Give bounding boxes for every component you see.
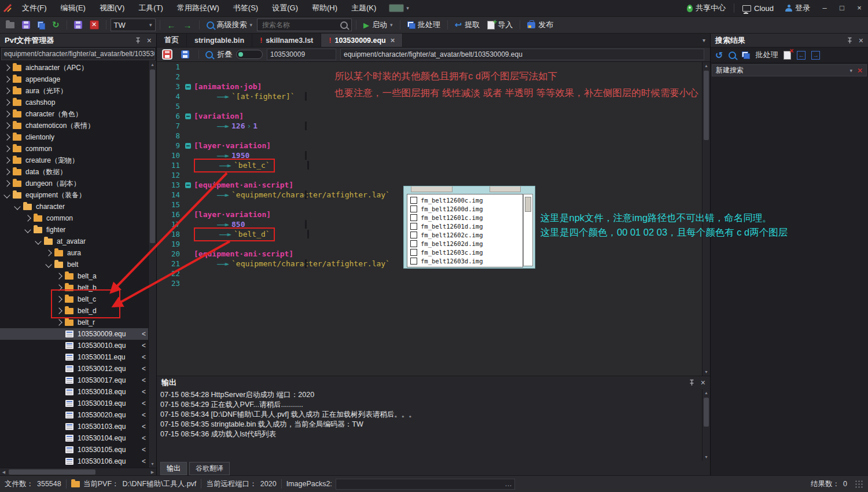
ellipsis-button[interactable]: … bbox=[505, 480, 512, 488]
tree-vertical-scrollbar[interactable]: ▲ ▼ bbox=[148, 61, 156, 468]
chevron-right-icon[interactable] bbox=[24, 215, 31, 221]
menu-item[interactable]: 书签(S) bbox=[226, 0, 265, 16]
chevron-right-icon[interactable] bbox=[3, 168, 10, 175]
tree-item[interactable]: clientonly bbox=[0, 131, 148, 143]
maximize-button[interactable]: □ bbox=[833, 0, 851, 16]
file-item[interactable]: 103530104.equ< bbox=[0, 432, 148, 444]
tree-item[interactable]: creature（宠物） bbox=[0, 155, 148, 166]
tree-item[interactable]: common bbox=[0, 212, 148, 224]
refresh-button[interactable]: ↻ bbox=[49, 18, 62, 32]
theme-dropdown-icon[interactable]: ▾ bbox=[406, 5, 409, 11]
scroll-thumb[interactable] bbox=[704, 398, 709, 427]
chevron-right-icon[interactable] bbox=[3, 111, 10, 117]
file-item[interactable]: 103530020.equ< bbox=[0, 409, 148, 421]
pin-icon[interactable] bbox=[135, 37, 141, 44]
file-item[interactable]: 103530017.equ< bbox=[0, 374, 148, 386]
close-output-icon[interactable]: × bbox=[701, 379, 705, 387]
tree-item[interactable]: aura（光环） bbox=[0, 85, 148, 97]
cloud-button[interactable]: Cloud bbox=[737, 0, 779, 16]
clear-search-icon[interactable]: ✕ bbox=[857, 67, 863, 75]
back-button[interactable]: ← bbox=[164, 18, 179, 32]
chevron-right-icon[interactable] bbox=[3, 76, 10, 82]
file-item[interactable]: 103530103.equ< bbox=[0, 421, 148, 432]
menu-item[interactable]: 文件(F) bbox=[15, 0, 54, 16]
tab-google-translate[interactable]: 谷歌翻译 bbox=[189, 462, 230, 475]
tree-item[interactable]: character（角色） bbox=[0, 108, 148, 120]
import-left-icon[interactable]: ← bbox=[797, 51, 806, 60]
save-button[interactable] bbox=[19, 18, 33, 32]
share-center-button[interactable]: 共享中心 bbox=[681, 0, 731, 16]
menu-item[interactable]: 常用路径(W) bbox=[170, 0, 226, 16]
close-window-button[interactable]: × bbox=[851, 0, 868, 16]
file-item[interactable]: 103530010.equ< bbox=[0, 340, 148, 351]
search-input[interactable] bbox=[261, 20, 337, 30]
open-file-button[interactable] bbox=[3, 18, 17, 32]
tree-item[interactable]: common bbox=[0, 143, 148, 155]
extract-button[interactable]: ↩ 提取 bbox=[452, 18, 483, 32]
code-id-field[interactable] bbox=[267, 49, 336, 60]
tab-103530009.equ[interactable]: !103530009.equ× bbox=[321, 34, 403, 47]
file-item[interactable]: 103530012.equ< bbox=[0, 363, 148, 374]
tree-item[interactable]: belt bbox=[0, 259, 148, 270]
chevron-right-icon[interactable] bbox=[56, 284, 62, 291]
tree-item[interactable]: belt_b bbox=[0, 282, 148, 293]
chevron-right-icon[interactable] bbox=[56, 296, 62, 302]
pin-icon[interactable] bbox=[847, 37, 853, 44]
menu-item[interactable]: 视图(V) bbox=[93, 0, 131, 16]
batch-icon[interactable] bbox=[742, 52, 749, 58]
tree-item[interactable]: data（数据） bbox=[0, 166, 148, 178]
theme-color-swatch[interactable] bbox=[389, 4, 404, 12]
tree-item[interactable]: dungeon（副本） bbox=[0, 178, 148, 189]
tree-item[interactable]: belt_c bbox=[0, 293, 148, 305]
scroll-thumb[interactable] bbox=[704, 71, 709, 140]
chevron-down-icon[interactable] bbox=[14, 203, 20, 210]
remove-document-icon[interactable] bbox=[784, 51, 791, 60]
tree-item[interactable]: equipment（装备） bbox=[0, 189, 148, 201]
chevron-right-icon[interactable] bbox=[56, 273, 62, 279]
left-path-field[interactable]: equipment/character/fighter/at_avatar/be… bbox=[1, 48, 155, 60]
tree-item[interactable]: cashshop bbox=[0, 97, 148, 108]
tree-item[interactable]: fighter bbox=[0, 224, 148, 236]
file-item[interactable]: 103530009.equ< bbox=[0, 328, 148, 340]
tree-item[interactable]: chatemoticon（表情） bbox=[0, 120, 148, 131]
tree-item[interactable]: aura bbox=[0, 247, 148, 259]
login-button[interactable]: 登录 bbox=[779, 0, 816, 16]
publish-button[interactable]: 发布 bbox=[524, 18, 556, 32]
chevron-down-icon[interactable] bbox=[45, 261, 52, 267]
forward-button[interactable]: → bbox=[181, 18, 195, 32]
save-as-button[interactable] bbox=[71, 18, 85, 32]
menu-item[interactable]: 编辑(E) bbox=[54, 0, 93, 16]
scroll-down-icon[interactable]: ▼ bbox=[703, 453, 710, 461]
new-search-bar[interactable]: 新建搜索 ▾ ✕ bbox=[712, 64, 867, 76]
chevron-right-icon[interactable] bbox=[3, 87, 10, 94]
fold-marker[interactable] bbox=[185, 113, 191, 119]
tree-item[interactable]: aicharacter（APC） bbox=[0, 62, 148, 74]
editor-save-copy-button[interactable] bbox=[178, 47, 192, 61]
file-item[interactable]: 103530106.equ< bbox=[0, 456, 148, 467]
chevron-right-icon[interactable] bbox=[3, 122, 10, 128]
fold-marker[interactable] bbox=[185, 182, 191, 188]
close-tab-icon[interactable]: × bbox=[391, 36, 395, 45]
scroll-thumb[interactable] bbox=[150, 69, 155, 243]
copy-button[interactable] bbox=[35, 18, 47, 32]
close-panel-icon[interactable]: × bbox=[147, 36, 152, 45]
editor-vertical-scrollbar[interactable]: ▲ ▼ bbox=[702, 62, 710, 376]
tab-stringtable.bin[interactable]: stringtable.bin bbox=[187, 34, 252, 47]
file-item[interactable]: 103530019.equ< bbox=[0, 398, 148, 409]
batch-button[interactable]: 批处理 bbox=[404, 18, 443, 32]
chevron-right-icon[interactable] bbox=[3, 157, 10, 163]
chevron-right-icon[interactable] bbox=[3, 145, 10, 152]
chevron-right-icon[interactable] bbox=[56, 307, 62, 314]
close-panel-icon[interactable]: × bbox=[859, 36, 863, 45]
menu-item[interactable]: 工具(T) bbox=[131, 0, 170, 16]
editor-search-icon[interactable] bbox=[205, 51, 213, 58]
tree-item[interactable]: appendage bbox=[0, 74, 148, 85]
tab-output[interactable]: 输出 bbox=[160, 462, 187, 475]
resize-grip[interactable] bbox=[854, 479, 863, 489]
chevron-right-icon[interactable] bbox=[56, 319, 62, 325]
search-icon[interactable] bbox=[729, 52, 736, 59]
search-dropdown-icon[interactable]: ▾ bbox=[849, 68, 852, 74]
fold-marker[interactable] bbox=[185, 84, 191, 90]
fold-marker[interactable] bbox=[185, 143, 191, 149]
chevron-down-icon[interactable] bbox=[3, 192, 10, 198]
